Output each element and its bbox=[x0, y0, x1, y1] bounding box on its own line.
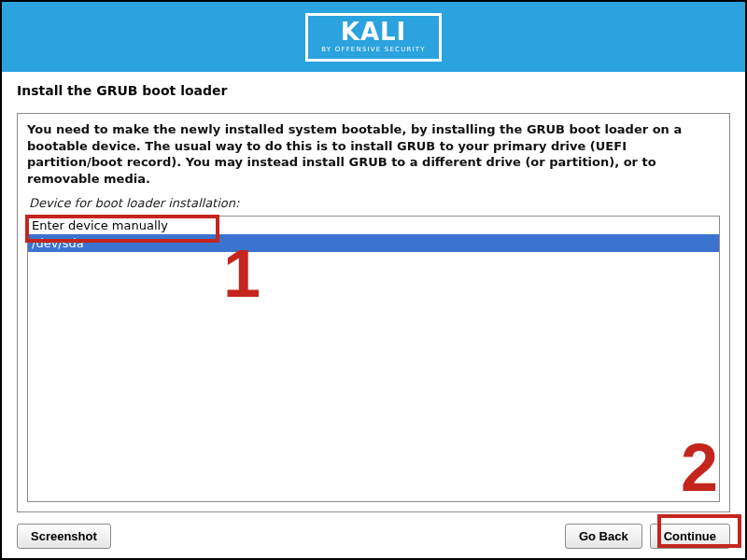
device-field-label: Device for boot loader installation: bbox=[29, 196, 720, 210]
device-row-sda[interactable]: /dev/sda bbox=[28, 234, 719, 252]
header-bar: KALI BY OFFENSIVE SECURITY bbox=[2, 2, 745, 72]
brand-subtitle: BY OFFENSIVE SECURITY bbox=[321, 46, 426, 53]
page-title: Install the GRUB boot loader bbox=[17, 83, 730, 98]
device-row-manual[interactable]: Enter device manually bbox=[28, 217, 719, 234]
content-area: Install the GRUB boot loader You need to… bbox=[2, 72, 745, 558]
brand-logo: KALI BY OFFENSIVE SECURITY bbox=[305, 13, 442, 62]
go-back-button[interactable]: Go Back bbox=[565, 524, 642, 549]
continue-button[interactable]: Continue bbox=[650, 524, 730, 549]
device-list[interactable]: Enter device manually /dev/sda bbox=[27, 216, 720, 502]
screenshot-button[interactable]: Screenshot bbox=[17, 524, 111, 549]
brand-title: KALI bbox=[321, 20, 426, 44]
main-panel: You need to make the newly installed sys… bbox=[17, 113, 730, 512]
installer-window: KALI BY OFFENSIVE SECURITY Install the G… bbox=[0, 0, 747, 560]
button-row: Screenshot Go Back Continue bbox=[17, 524, 730, 549]
instructions-text: You need to make the newly installed sys… bbox=[27, 121, 720, 187]
